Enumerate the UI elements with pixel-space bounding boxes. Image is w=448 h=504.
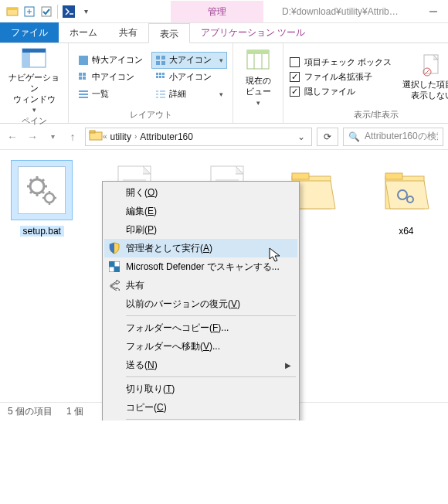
svg-rect-41 <box>90 131 95 133</box>
checkbox-checked-icon: ✓ <box>290 72 300 82</box>
menu-cut[interactable]: 切り取り(T) <box>104 380 297 398</box>
svg-point-51 <box>45 193 54 203</box>
menu-copy-to-folder[interactable]: フォルダーへコピー(F)... <box>104 318 297 337</box>
grid-xl-icon <box>78 55 89 66</box>
address-dropdown-icon[interactable]: ⌄ <box>294 131 308 142</box>
nav-forward-button[interactable]: → <box>25 131 40 143</box>
qat-checkbox-icon[interactable] <box>40 5 53 18</box>
menu-share[interactable]: 共有 <box>104 276 297 295</box>
status-item-count: 5 個の項目 <box>8 405 53 418</box>
menu-defender-scan[interactable]: Microsoft Defender でスキャンする... <box>104 257 297 276</box>
checkbox-checked-icon: ✓ <box>290 87 300 97</box>
contextual-tab-header: 管理 <box>171 1 263 22</box>
status-selected-count: 1 個 <box>66 405 83 418</box>
layout-details[interactable]: 詳細 ▾ <box>152 87 226 102</box>
defender-icon <box>107 260 121 274</box>
file-name-label: x64 <box>399 226 413 237</box>
svg-rect-79 <box>114 267 120 272</box>
navigation-pane-button[interactable]: ナビゲーション ウィンドウ ▾ <box>6 46 62 114</box>
svg-rect-23 <box>162 76 165 78</box>
tab-file[interactable]: ファイル <box>0 22 59 43</box>
svg-rect-76 <box>109 261 114 267</box>
svg-rect-19 <box>159 73 161 75</box>
refresh-button[interactable]: ⟳ <box>317 128 338 146</box>
menu-send-to[interactable]: 送る(N) ▶ <box>104 356 297 374</box>
svg-rect-20 <box>162 73 165 75</box>
ribbon: ナビゲーション ウィンドウ ▾ ペイン 特大アイコン 大アイコン ▾ <box>0 43 448 124</box>
tab-view[interactable]: 表示 <box>148 23 190 43</box>
menu-previous-versions[interactable]: 以前のバージョンの復元(V) <box>104 295 297 313</box>
svg-rect-12 <box>156 61 160 65</box>
layout-small-icons[interactable]: 小アイコン <box>152 70 226 85</box>
svg-rect-17 <box>83 77 86 80</box>
check-item-checkboxes[interactable]: 項目チェック ボックス <box>290 56 392 68</box>
layout-medium-icons[interactable]: 中アイコン <box>75 70 149 85</box>
menu-separator <box>126 376 296 377</box>
svg-rect-3 <box>42 7 51 16</box>
qat-overflow-icon[interactable]: ▾ <box>80 5 92 18</box>
svg-line-50 <box>42 179 44 182</box>
file-item-setup-bat[interactable]: setup.bat <box>8 161 76 237</box>
svg-rect-22 <box>159 76 161 78</box>
qat-powershell-icon[interactable] <box>63 5 75 18</box>
nav-back-button[interactable]: ← <box>5 131 20 143</box>
tab-application-tools[interactable]: アプリケーション ツール <box>190 22 316 43</box>
layout-list[interactable]: 一覧 <box>75 87 149 102</box>
tab-share[interactable]: 共有 <box>108 22 148 43</box>
menu-edit[interactable]: 編集(E) <box>104 202 297 220</box>
grid-lg-icon <box>155 55 166 66</box>
breadcrumb-attributer160[interactable]: Attributer160 <box>137 131 196 142</box>
hide-file-icon <box>419 53 444 78</box>
explorer-app-icon <box>6 5 19 18</box>
menu-run-as-admin[interactable]: 管理者として実行(A) <box>104 239 297 257</box>
file-list[interactable]: setup.bat x64 開く(O) 編集(E) 印刷(P) 管理者として実行… <box>0 150 448 402</box>
svg-rect-18 <box>156 73 158 75</box>
layout-large-icons[interactable]: 大アイコン ▾ <box>152 53 226 68</box>
minimize-button[interactable] <box>419 0 448 23</box>
navigation-pane-icon <box>22 46 46 71</box>
chevron-down-icon: ▾ <box>256 99 260 107</box>
check-file-extensions[interactable]: ✓ ファイル名拡張子 <box>290 71 392 83</box>
check-hidden-files[interactable]: ✓ 隠しファイル <box>290 86 392 97</box>
grid-sm-icon <box>155 72 166 83</box>
search-placeholder: Attributer160の検索 <box>365 130 438 143</box>
search-box[interactable]: 🔍 Attributer160の検索 <box>343 128 443 146</box>
address-bar[interactable]: « utility › Attributer160 ⌄ <box>85 128 312 146</box>
svg-rect-9 <box>79 56 88 65</box>
chevron-right-icon: ▶ <box>285 361 291 369</box>
svg-rect-21 <box>156 76 158 78</box>
svg-rect-8 <box>22 49 46 53</box>
svg-rect-69 <box>292 173 309 179</box>
qat-pin-icon[interactable] <box>23 5 36 18</box>
ribbon-group-pane: ナビゲーション ウィンドウ ▾ ペイン <box>0 43 69 123</box>
svg-line-49 <box>30 191 32 193</box>
overflow-chevron-icon[interactable]: ▾ <box>219 90 223 98</box>
chevron-down-icon: ▾ <box>219 56 223 64</box>
tab-home[interactable]: ホーム <box>59 22 108 43</box>
hide-selected-button[interactable]: 選択した項目を 表示しない <box>401 53 448 101</box>
menu-open[interactable]: 開く(O) <box>104 183 297 202</box>
svg-rect-14 <box>79 73 82 76</box>
nav-up-button[interactable]: ↑ <box>65 131 80 143</box>
svg-rect-36 <box>247 50 269 54</box>
nav-history-button[interactable]: ▾ <box>45 132 60 141</box>
menu-move-to-folder[interactable]: フォルダーへ移動(V)... <box>104 337 297 356</box>
quick-access-toolbar: ▾ <box>0 5 97 19</box>
file-name-label: setup.bat <box>20 226 64 237</box>
menu-copy[interactable]: コピー(C) <box>104 398 297 417</box>
ribbon-group-show-hide: 項目チェック ボックス ✓ ファイル名拡張子 ✓ 隠しファイル 選択した項目を … <box>283 43 448 123</box>
svg-line-48 <box>42 191 44 193</box>
ribbon-tab-row: ファイル ホーム 共有 表示 アプリケーション ツール <box>0 23 448 43</box>
svg-rect-11 <box>161 56 165 60</box>
menu-print[interactable]: 印刷(P) <box>104 220 297 239</box>
file-item-x64[interactable]: x64 <box>372 161 440 237</box>
menu-separator <box>126 315 296 316</box>
share-icon <box>107 278 121 292</box>
qat-divider <box>57 5 58 19</box>
layout-extra-large-icons[interactable]: 特大アイコン <box>75 53 149 68</box>
current-view-button[interactable]: 現在の ビュー ▾ <box>239 49 277 107</box>
ribbon-group-current-view: 現在の ビュー ▾ <box>233 43 283 123</box>
title-bar: ▾ 管理 D:¥download¥utility¥Attrib… <box>0 0 448 23</box>
breadcrumb-utility[interactable]: utility <box>107 131 134 142</box>
folder-icon <box>89 129 103 144</box>
